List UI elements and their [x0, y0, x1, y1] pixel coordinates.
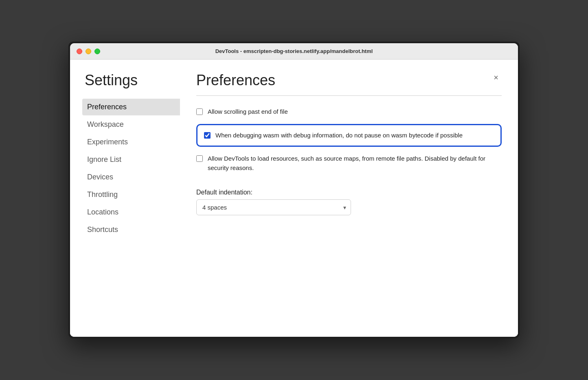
indentation-select[interactable]: 1 space 2 spaces 4 spaces 8 spaces: [196, 199, 351, 215]
main-content: Settings Preferences Workspace Experimen…: [70, 60, 518, 337]
sidebar-item-devices[interactable]: Devices: [82, 169, 180, 186]
maximize-traffic-light[interactable]: [94, 49, 100, 54]
sidebar-nav: Preferences Workspace Experiments Ignore…: [82, 99, 180, 238]
remote-paths-label: Allow DevTools to load resources, such a…: [208, 154, 502, 172]
sidebar-title: Settings: [82, 72, 180, 89]
content-title: Preferences: [196, 72, 275, 89]
allow-scrolling-label: Allow scrolling past end of file: [208, 107, 288, 117]
remote-paths-checkbox[interactable]: [196, 155, 203, 162]
close-button[interactable]: ×: [490, 72, 502, 83]
allow-scrolling-checkbox[interactable]: [196, 108, 203, 115]
header-divider: [196, 95, 502, 96]
sidebar-item-preferences[interactable]: Preferences: [82, 99, 180, 115]
wasm-debug-checkbox[interactable]: [204, 132, 211, 139]
sidebar-item-throttling[interactable]: Throttling: [82, 186, 180, 203]
window-wrapper: DevTools - emscripten-dbg-stories.netlif…: [68, 42, 520, 338]
title-bar: DevTools - emscripten-dbg-stories.netlif…: [70, 43, 518, 60]
allow-scrolling-row: Allow scrolling past end of file: [196, 107, 502, 117]
sidebar-item-locations[interactable]: Locations: [82, 204, 180, 221]
sidebar: Settings Preferences Workspace Experimen…: [70, 60, 180, 337]
content-area: Preferences × Allow scrolling past end o…: [180, 60, 518, 337]
sidebar-item-workspace[interactable]: Workspace: [82, 116, 180, 133]
close-traffic-light[interactable]: [77, 49, 82, 54]
minimize-traffic-light[interactable]: [86, 49, 91, 54]
window-title: DevTools - emscripten-dbg-stories.netlif…: [215, 48, 373, 54]
sidebar-item-experiments[interactable]: Experiments: [82, 134, 180, 150]
wasm-debug-row: When debugging wasm with debug informati…: [196, 124, 502, 147]
indentation-label: Default indentation:: [196, 189, 502, 196]
wasm-debug-label: When debugging wasm with debug informati…: [215, 131, 463, 140]
traffic-lights: [77, 49, 100, 54]
indentation-section: Default indentation: 1 space 2 spaces 4 …: [196, 184, 502, 215]
remote-paths-row: Allow DevTools to load resources, such a…: [196, 154, 502, 172]
content-header: Preferences ×: [196, 72, 502, 89]
main-window: DevTools - emscripten-dbg-stories.netlif…: [70, 43, 518, 337]
settings-section: Allow scrolling past end of file When de…: [196, 107, 502, 215]
sidebar-item-ignore-list[interactable]: Ignore List: [82, 151, 180, 168]
indentation-dropdown-wrapper: 1 space 2 spaces 4 spaces 8 spaces ▾: [196, 199, 351, 215]
sidebar-item-shortcuts[interactable]: Shortcuts: [82, 221, 180, 238]
